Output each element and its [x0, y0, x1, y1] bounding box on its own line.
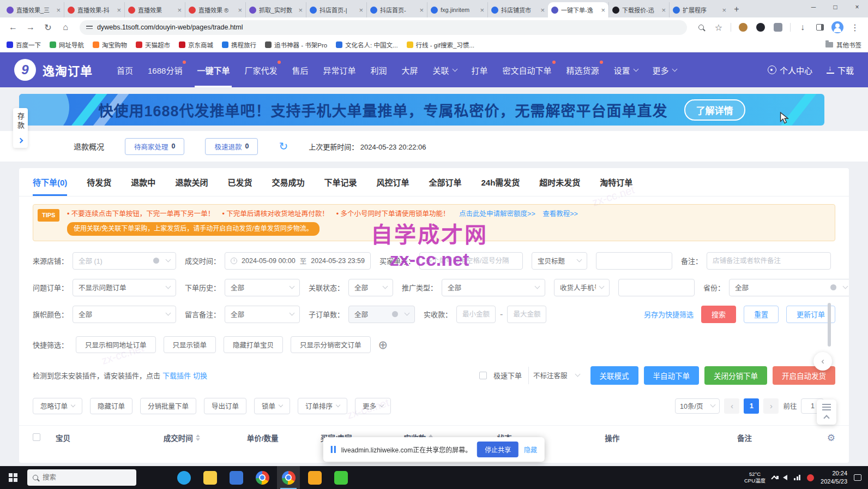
quick-filter-button[interactable]: 只显示分销密文订单: [291, 336, 371, 353]
nav-item-密文自动下单[interactable]: 密文自动下单: [503, 52, 552, 87]
taskbar-clock[interactable]: 20:242024/5/23: [821, 469, 847, 486]
min-amount-input[interactable]: [456, 306, 496, 323]
address-bar[interactable]: dywebs.1tsoft.com/douyin-web/pages/trade…: [80, 20, 687, 35]
toolbar-button-更多[interactable]: 更多: [355, 398, 391, 414]
toolbar-button-分销批量下单[interactable]: 分销批量下单: [140, 398, 196, 414]
minimize-button[interactable]: ─: [803, 0, 824, 14]
tab-close-icon[interactable]: ×: [359, 7, 363, 14]
extension-puzzle-icon[interactable]: [770, 20, 786, 35]
taskbar-search-input[interactable]: [43, 474, 119, 481]
nav-item-关联[interactable]: 关联: [433, 52, 457, 87]
tab-close-icon[interactable]: ×: [419, 7, 424, 14]
sort-icon[interactable]: [196, 434, 200, 441]
scrollbar[interactable]: [828, 303, 831, 347]
other-bookmarks[interactable]: 其他书签: [825, 40, 861, 49]
save-quick-filter-link[interactable]: 另存为快捷筛选: [644, 309, 694, 319]
bookmark-star-icon[interactable]: ☆: [711, 20, 726, 35]
taskbar-search[interactable]: [27, 469, 136, 486]
nav-item-一键下单[interactable]: 一键下单: [197, 52, 230, 87]
hide-share-link[interactable]: 隐藏: [524, 445, 537, 454]
back-button[interactable]: ←: [5, 20, 21, 35]
filter-select[interactable]: 全部 (1): [73, 252, 176, 270]
browser-tab[interactable]: 一键下单-逸×: [548, 2, 608, 17]
tray-app-icon[interactable]: [807, 474, 814, 481]
filter-select[interactable]: 全部: [348, 306, 415, 323]
order-tab-退款中[interactable]: 退款中: [131, 168, 155, 196]
taskbar-app-wechat[interactable]: [329, 466, 352, 489]
bookmark-item[interactable]: 京东商城: [179, 40, 213, 49]
browser-tab[interactable]: 抖店首页-×: [366, 2, 427, 17]
browser-tab[interactable]: 抓取_实时数×: [245, 2, 306, 17]
quick-filter-button[interactable]: 只显示锁单: [164, 336, 216, 353]
search-button[interactable]: 搜索: [701, 306, 736, 323]
nav-item-大屏[interactable]: 大屏: [401, 52, 418, 87]
profile-avatar[interactable]: [830, 20, 845, 35]
browser-tab[interactable]: 直播效果 ®×: [185, 2, 245, 17]
side-collapsed-panel[interactable]: 存款: [13, 108, 28, 148]
bookmark-item[interactable]: 文化名人: 中国文...: [336, 40, 397, 49]
order-tab-淘特订单[interactable]: 淘特订单: [600, 168, 632, 196]
toolbar-button-隐藏订单[interactable]: 隐藏订单: [90, 398, 132, 414]
browser-menu-icon[interactable]: ⋮: [847, 20, 863, 35]
order-tab-超时未发货[interactable]: 超时未发货: [539, 168, 580, 196]
taskbar-app-chrome[interactable]: [251, 466, 274, 489]
filter-input[interactable]: [419, 252, 523, 270]
taskbar-app-chrome-active[interactable]: [277, 466, 300, 489]
bookmark-item[interactable]: 天猫超市: [136, 40, 170, 49]
reload-button[interactable]: ↻: [40, 20, 56, 35]
stop-sharing-button[interactable]: 停止共享: [477, 442, 519, 457]
order-tab-退款关闭[interactable]: 退款关闭: [175, 168, 208, 196]
pending-merchant-button[interactable]: 待商家处理0: [125, 138, 184, 155]
prev-page-button[interactable]: ‹: [724, 398, 739, 414]
nav-item-1688分销[interactable]: 1688分销: [148, 52, 182, 87]
download-link[interactable]: 下载: [827, 64, 854, 76]
start-button[interactable]: [0, 466, 26, 489]
browser-tab[interactable]: 扩展程序×: [669, 2, 730, 17]
order-tab-交易成功[interactable]: 交易成功: [272, 168, 304, 196]
view-tutorial-link[interactable]: 查看教程>>: [542, 210, 578, 218]
bookmark-item[interactable]: 行线 - gif搜索_习惯...: [407, 40, 474, 49]
home-button[interactable]: ⌂: [58, 20, 73, 35]
apply-quota-link[interactable]: 点击此处申请解密额度>>: [459, 210, 535, 218]
tab-close-icon[interactable]: ×: [661, 7, 666, 14]
maximize-button[interactable]: □: [824, 0, 846, 14]
order-tab-待发货[interactable]: 待发货: [87, 168, 111, 196]
tab-close-icon[interactable]: ×: [601, 7, 605, 14]
close-button[interactable]: ×: [846, 0, 868, 14]
filter-select[interactable]: 全部: [225, 306, 300, 323]
per-page-select[interactable]: 10条/页: [675, 398, 720, 414]
tab-close-icon[interactable]: ×: [298, 7, 303, 14]
browser-tab[interactable]: 直播效果-抖×: [64, 2, 124, 17]
bookmark-item[interactable]: 百度一下: [7, 40, 41, 49]
filter-select[interactable]: 全部: [73, 306, 176, 323]
browser-tab[interactable]: 抖店铺货市×: [487, 2, 548, 17]
volume-icon[interactable]: [783, 475, 787, 480]
network-icon[interactable]: [794, 475, 800, 480]
browser-tab[interactable]: 直播效果_三×: [3, 2, 64, 17]
banner-detail-button[interactable]: 了解详情: [684, 99, 745, 121]
nav-item-异常订单[interactable]: 异常订单: [323, 52, 355, 87]
toolbar-button-忽略订单[interactable]: 忽略订单: [33, 398, 82, 414]
filter-input[interactable]: [707, 252, 831, 270]
new-tab-button[interactable]: +: [730, 2, 744, 16]
tab-close-icon[interactable]: ×: [56, 7, 61, 14]
browser-tab[interactable]: 直播效果×: [124, 2, 185, 17]
add-quick-filter-icon[interactable]: ⊕: [378, 339, 388, 350]
taskbar-app-file-explorer[interactable]: [198, 466, 221, 489]
side-panel-icon[interactable]: [812, 20, 828, 35]
notification-center-icon[interactable]: [854, 474, 861, 481]
nav-item-利润[interactable]: 利润: [370, 52, 387, 87]
forward-button[interactable]: →: [23, 20, 38, 35]
tab-close-icon[interactable]: ×: [117, 7, 121, 14]
reset-button[interactable]: 重置: [744, 306, 779, 323]
bookmark-item[interactable]: 携程旅行: [222, 40, 256, 49]
browser-tab[interactable]: fxg.jinritem×: [427, 2, 487, 17]
filter-select[interactable]: 不显示问题订单: [73, 279, 176, 296]
action-button-关闭分销下单[interactable]: 关闭分销下单: [704, 366, 767, 385]
max-amount-input[interactable]: [507, 306, 546, 323]
personal-center-link[interactable]: 个人中心: [768, 64, 812, 76]
collapse-panel-button[interactable]: ‹: [813, 352, 832, 371]
extension-dark-icon[interactable]: [753, 20, 768, 35]
taskbar-app-qq[interactable]: [172, 466, 195, 489]
next-page-button[interactable]: ›: [763, 398, 779, 414]
